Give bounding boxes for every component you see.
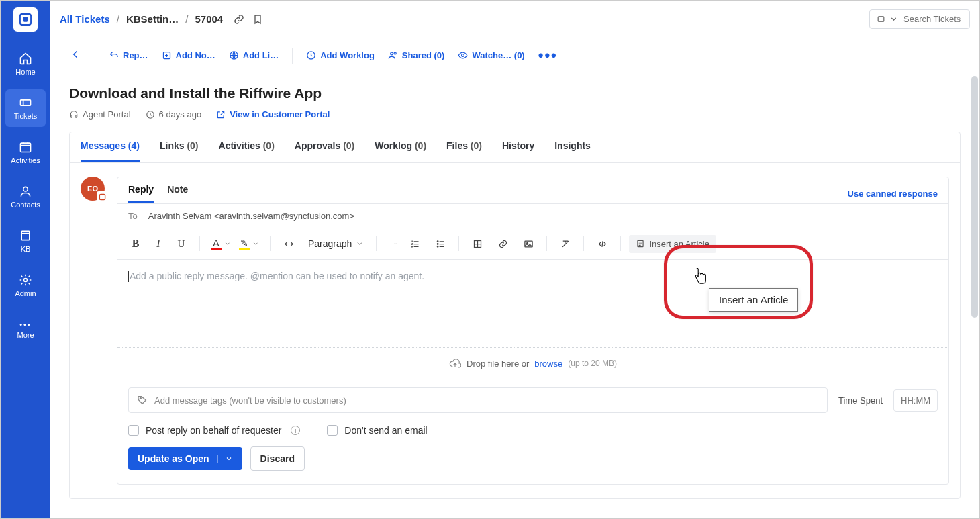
time-spent-label: Time Spent (838, 395, 883, 406)
paragraph-dropdown[interactable]: Paragraph (304, 238, 368, 249)
chevron-down-icon (252, 240, 259, 247)
clock-icon (146, 110, 155, 120)
clear-format-button[interactable] (555, 234, 575, 254)
sidebar-item-home[interactable]: Home (5, 45, 46, 83)
align-button[interactable] (385, 240, 399, 247)
agent-portal-label: Agent Portal (69, 109, 131, 120)
font-color-button[interactable]: A (208, 238, 234, 250)
highlight-color-button[interactable]: ✎ (236, 238, 262, 250)
source-button[interactable] (592, 234, 612, 254)
sidebar-item-kb[interactable]: KB (5, 222, 46, 260)
browse-link[interactable]: browse (534, 359, 562, 369)
sidebar-item-contacts[interactable]: Contacts (5, 178, 46, 216)
sidebar-item-label: Contacts (11, 201, 40, 209)
topbar: All Tickets / KBSettin… / 57004 (50, 1, 979, 38)
update-button[interactable]: Update as Open (128, 447, 242, 470)
info-icon[interactable]: i (291, 426, 300, 435)
external-link-icon (216, 110, 226, 120)
source-icon (597, 239, 607, 249)
contact-icon (19, 185, 32, 198)
action-bar: Rep… Add No… Add Li… Add Worklog Shared … (50, 38, 979, 73)
article-icon (636, 239, 645, 248)
svg-point-18 (437, 246, 438, 247)
to-label: To (128, 211, 138, 221)
svg-point-16 (437, 240, 438, 242)
sidebar-item-activities[interactable]: Activities (5, 134, 46, 171)
update-button-dropdown[interactable] (217, 455, 233, 463)
discard-button[interactable]: Discard (250, 446, 305, 471)
tab-worklog[interactable]: Worklog (0) (375, 140, 426, 162)
svg-point-23 (140, 397, 141, 399)
code-button[interactable] (279, 234, 299, 254)
reply-textarea[interactable]: Add a public reply message. @mention can… (117, 260, 948, 347)
note-icon (162, 50, 172, 60)
svg-rect-15 (99, 194, 105, 199)
drop-zone[interactable]: Drop file here or browse (up to 20 MB) (117, 347, 948, 379)
insert-image-button[interactable] (518, 234, 538, 254)
breadcrumb-mid[interactable]: KBSettin… (126, 13, 179, 25)
shared-button[interactable]: Shared (0) (388, 50, 445, 60)
gear-icon (19, 273, 32, 287)
search-box[interactable] (869, 9, 970, 29)
back-button[interactable] (69, 48, 81, 62)
chevron-down-icon (889, 15, 898, 23)
sidebar-item-admin[interactable]: Admin (5, 267, 46, 304)
tags-input[interactable]: Add message tags (won't be visible to cu… (128, 387, 828, 413)
add-link-button[interactable]: Add Li… (229, 50, 279, 60)
bullet-list-button[interactable] (430, 234, 450, 254)
tags-placeholder: Add message tags (won't be visible to cu… (154, 395, 346, 406)
to-value[interactable]: Aravinth Selvam <aravinth.selvam@syncfus… (148, 211, 354, 221)
add-worklog-button[interactable]: Add Worklog (306, 50, 375, 60)
tab-messages[interactable]: Messages (4) (81, 140, 140, 162)
tab-insights[interactable]: Insights (554, 140, 591, 162)
tab-history[interactable]: History (502, 140, 534, 162)
sidebar-item-tickets[interactable]: Tickets (5, 89, 46, 127)
svg-point-17 (437, 243, 438, 244)
ticket-panel: Messages (4) Links (0) Activities (0) Ap… (69, 132, 961, 499)
insert-link-button[interactable] (493, 234, 513, 254)
more-actions-button[interactable]: ••• (538, 54, 558, 58)
sidebar-item-more[interactable]: ••• More (5, 311, 46, 348)
clear-format-icon (560, 239, 571, 249)
checkbox-row: Post reply on behalf of requester i Don'… (117, 421, 948, 446)
checkbox-icon (128, 425, 139, 436)
italic-button[interactable]: I (148, 234, 168, 254)
reply-button[interactable]: Rep… (109, 50, 148, 60)
search-input[interactable] (903, 14, 964, 24)
canned-response-link[interactable]: Use canned response (848, 189, 938, 199)
tab-activities[interactable]: Activities (0) (219, 140, 275, 162)
app-logo[interactable] (13, 7, 38, 32)
table-button[interactable] (467, 234, 487, 254)
compose-tab-note[interactable]: Note (167, 184, 188, 203)
chevron-down-icon (225, 455, 233, 463)
scrollbar-thumb[interactable] (971, 76, 978, 318)
sidebar-item-label: KB (21, 245, 31, 253)
view-customer-portal-link[interactable]: View in Customer Portal (216, 109, 330, 120)
watchers-button[interactable]: Watche… (0) (458, 50, 524, 60)
insert-article-button[interactable]: Insert an Article (629, 235, 716, 253)
content: Download and Install the Riffwire App Ag… (50, 73, 979, 518)
link-icon[interactable] (234, 14, 244, 25)
svg-rect-2 (21, 100, 31, 105)
chevron-down-icon (356, 240, 364, 248)
calendar-icon (19, 140, 32, 154)
reply-placeholder: Add a public reply message. @mention can… (130, 271, 424, 281)
time-spent-input[interactable] (893, 389, 938, 412)
breadcrumb: All Tickets / KBSettin… / 57004 (60, 13, 263, 25)
add-note-button[interactable]: Add No… (162, 50, 215, 60)
breadcrumb-root[interactable]: All Tickets (60, 13, 110, 25)
svg-rect-7 (878, 17, 884, 22)
bookmark-icon[interactable] (252, 14, 263, 25)
underline-button[interactable]: U (171, 234, 191, 254)
post-behalf-checkbox[interactable]: Post reply on behalf of requester i (128, 425, 300, 436)
chevron-down-icon (394, 240, 397, 247)
dont-send-checkbox[interactable]: Don't send an email (327, 425, 427, 436)
compose-tab-reply[interactable]: Reply (128, 184, 154, 203)
ticket-title: Download and Install the Riffwire App (69, 85, 961, 101)
tab-files[interactable]: Files (0) (446, 140, 482, 162)
bold-button[interactable]: B (126, 234, 146, 254)
svg-point-13 (462, 54, 464, 57)
tab-approvals[interactable]: Approvals (0) (295, 140, 354, 162)
ordered-list-button[interactable] (405, 234, 425, 254)
tab-links[interactable]: Links (0) (160, 140, 199, 162)
